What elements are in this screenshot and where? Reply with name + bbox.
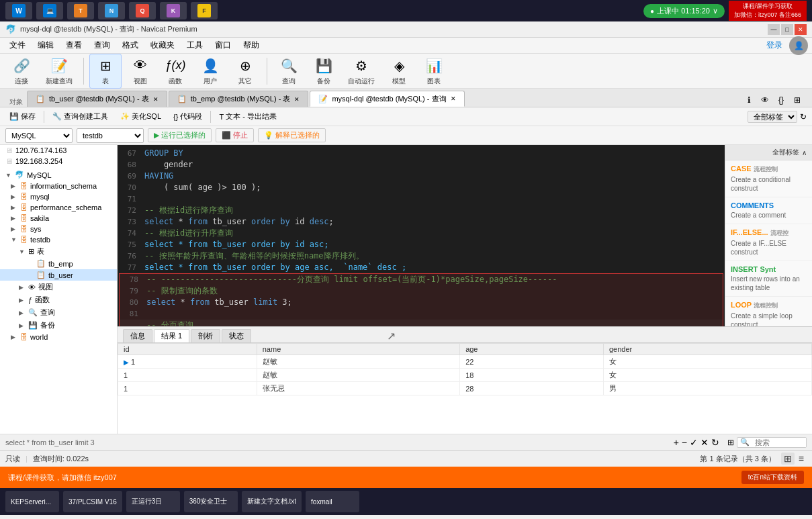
bottom-item-2[interactable]: 37/PLCSIM V16 xyxy=(63,491,122,512)
minimize-button[interactable]: — xyxy=(768,24,780,35)
taskbar-item-4[interactable]: Q xyxy=(129,2,156,19)
snippet-loop[interactable]: LOOP 流程控制 Create a simple loop construct xyxy=(725,297,812,326)
results-tab-profile[interactable]: 剖析 xyxy=(191,329,220,342)
titlebar-title: mysql-dql @testdb (MySQL) - 查询 - Navicat… xyxy=(20,24,197,34)
snippet-case[interactable]: CASE 流程控制 Create a conditional construct xyxy=(725,160,812,197)
close-button[interactable]: ✕ xyxy=(795,24,807,35)
sidebar-perf-schema[interactable]: ▶ 🗄 performance_schema xyxy=(0,202,117,213)
db-schema-select[interactable]: testdb xyxy=(77,128,144,143)
bottom-item-foxmail[interactable]: foxmail xyxy=(306,491,359,512)
code-snippet-btn[interactable]: {} 代码段 xyxy=(169,110,206,123)
menu-favorites[interactable]: 收藏夹 xyxy=(145,38,180,52)
sidebar-queries[interactable]: ▶ 🔍 查询 xyxy=(0,306,117,319)
close-tab-3[interactable]: ✕ xyxy=(451,95,456,102)
add-record-btn[interactable]: + xyxy=(674,437,679,448)
toolbar-new-query[interactable]: 📝 新建查询 xyxy=(40,54,78,88)
grid-action[interactable]: ⊞ xyxy=(791,93,804,107)
sidebar-sakila[interactable]: ▶ 🗄 sakila xyxy=(0,213,117,224)
list-view-btn[interactable]: ≡ xyxy=(796,453,807,465)
menu-tools[interactable]: 工具 xyxy=(181,38,208,52)
menu-file[interactable]: 文件 xyxy=(4,38,31,52)
code-editor[interactable]: 67 GROUP BY 68 gender 69 HAVING xyxy=(118,145,725,326)
sidebar-tb-user[interactable]: 📋 tb_user xyxy=(0,269,117,281)
toolbar-model[interactable]: ◈ 模型 xyxy=(383,54,415,88)
sidebar-world[interactable]: ▶ 🗄 world xyxy=(0,332,117,342)
bottom-item-1[interactable]: KEPServeri... xyxy=(5,491,59,512)
results-tab-status[interactable]: 状态 xyxy=(222,329,251,342)
results-tab-data[interactable]: 结果 1 xyxy=(154,329,189,342)
search-input[interactable] xyxy=(752,438,806,447)
info-action[interactable]: ℹ xyxy=(742,93,756,107)
sidebar-mysql-root[interactable]: ▼ 🐬 MySQL xyxy=(0,169,117,181)
toolbar-chart[interactable]: 📊 图表 xyxy=(418,54,450,88)
sidebar-sys[interactable]: ▶ 🗄 sys xyxy=(0,224,117,234)
tab-tb-user[interactable]: 📋 tb_user @testdb (MySQL) - 表 ✕ xyxy=(27,91,167,107)
bottom-item-3[interactable]: 正运行3日 xyxy=(126,491,180,512)
toolbar-query[interactable]: 🔍 查询 xyxy=(273,54,305,88)
sidebar-testdb[interactable]: ▼ 🗄 testdb xyxy=(0,234,117,245)
refresh-records-btn[interactable]: ↻ xyxy=(711,437,719,448)
db-engine-select[interactable]: MySQL xyxy=(5,128,73,143)
code-action[interactable]: {} xyxy=(774,93,788,107)
toolbar-backup[interactable]: 💾 备份 xyxy=(308,54,340,88)
x-record-btn[interactable]: ✕ xyxy=(701,437,709,448)
menu-view[interactable]: 查看 xyxy=(60,38,87,52)
save-btn[interactable]: 💾 保存 xyxy=(5,110,40,123)
snippet-comments[interactable]: COMMENTS Create a comment xyxy=(725,197,812,224)
snippet-if-else[interactable]: IF...ELSE... 流程控 Create a IF...ELSE cons… xyxy=(725,224,812,261)
menu-help[interactable]: 帮助 xyxy=(238,38,265,52)
start-button[interactable]: W xyxy=(5,2,32,19)
sidebar-tables-group[interactable]: ▼ ⊞ 表 xyxy=(0,245,117,258)
menu-query[interactable]: 查询 xyxy=(89,38,116,52)
taskbar-item-1[interactable]: 💻 xyxy=(36,2,63,19)
sidebar-info-schema[interactable]: ▶ 🗄 information_schema xyxy=(0,181,117,191)
explain-btn[interactable]: 💡 解释已选择的 xyxy=(258,128,326,142)
login-button[interactable]: 登录 xyxy=(766,40,782,51)
tab-mysql-dql[interactable]: 📝 mysql-dql @testdb (MySQL) - 查询 ✕ xyxy=(310,91,464,107)
run-selected-btn[interactable]: ▶ 运行已选择的 xyxy=(148,128,212,142)
snippet-insert[interactable]: INSERT Synt Insert new rows into an exis… xyxy=(725,261,812,297)
maximize-button[interactable]: □ xyxy=(781,24,793,35)
menu-format[interactable]: 格式 xyxy=(117,38,144,52)
close-tab-2[interactable]: ✕ xyxy=(294,96,300,103)
eye-action[interactable]: 👁 xyxy=(758,93,772,107)
sidebar-connection-1[interactable]: 🖥 120.76.174.163 xyxy=(0,145,117,156)
stop-btn[interactable]: ⬛ 停止 xyxy=(216,128,254,142)
toolbar-user[interactable]: 👤 用户 xyxy=(194,54,226,88)
toolbar-auto-run[interactable]: ⚙ 自动运行 xyxy=(343,54,380,88)
toolbar-connect[interactable]: 🔗 连接 xyxy=(5,54,38,88)
toolbar-view[interactable]: 👁 视图 xyxy=(124,54,156,88)
remove-record-btn[interactable]: − xyxy=(682,437,687,448)
query-builder-btn[interactable]: 🔧 查询创建工具 xyxy=(48,110,112,123)
tick-record-btn[interactable]: ✓ xyxy=(690,437,698,448)
menu-edit[interactable]: 编辑 xyxy=(32,38,59,52)
toolbar-other[interactable]: ⊕ 其它 xyxy=(229,54,261,88)
taskbar-item-2[interactable]: T xyxy=(67,2,94,19)
taskbar-item-3[interactable]: N xyxy=(98,2,125,19)
tab-tb-emp[interactable]: 📋 tb_emp @testdb (MySQL) - 表 ✕ xyxy=(169,91,309,107)
sidebar-functions[interactable]: ▶ ƒ 函数 xyxy=(0,293,117,306)
bottom-item-5[interactable]: 新建文字文档.txt xyxy=(242,491,302,512)
refresh-icon[interactable]: ↻ xyxy=(800,112,807,122)
toolbar-table[interactable]: ⊞ 表 xyxy=(89,54,122,89)
beautify-sql-btn[interactable]: ✨ 美化SQL xyxy=(116,110,165,123)
taskbar-item-5[interactable]: K xyxy=(160,2,187,19)
close-tab-1[interactable]: ✕ xyxy=(153,96,159,103)
promo-button[interactable]: tc百n站下载资料 xyxy=(741,471,804,484)
sidebar-backup[interactable]: ▶ 💾 备份 xyxy=(0,319,117,332)
sidebar-mysql[interactable]: ▶ 🗄 mysql xyxy=(0,191,117,202)
right-panel-collapse[interactable]: ∧ xyxy=(802,149,807,156)
toolbar-function[interactable]: ƒ(x) 函数 xyxy=(159,54,191,88)
grid-view-btn[interactable]: ⊞ xyxy=(781,453,795,465)
bottom-item-4[interactable]: 360安全卫士 xyxy=(184,491,238,512)
sidebar-tb-emp[interactable]: 📋 tb_emp xyxy=(0,258,117,269)
menu-window[interactable]: 窗口 xyxy=(210,38,236,52)
results-tab-info[interactable]: 信息 xyxy=(123,329,152,342)
monitor-icon: 🖥 xyxy=(5,146,13,154)
tags-dropdown[interactable]: 全部标签 xyxy=(748,111,797,123)
taskbar-item-6[interactable]: F xyxy=(191,2,218,19)
user-avatar[interactable]: 👤 xyxy=(789,36,808,55)
sidebar-connection-2[interactable]: 🖥 192.168.3.254 xyxy=(0,156,117,167)
text-btn[interactable]: T 文本 - 导出结果 xyxy=(215,110,280,123)
sidebar-views[interactable]: ▶ 👁 视图 xyxy=(0,281,117,293)
